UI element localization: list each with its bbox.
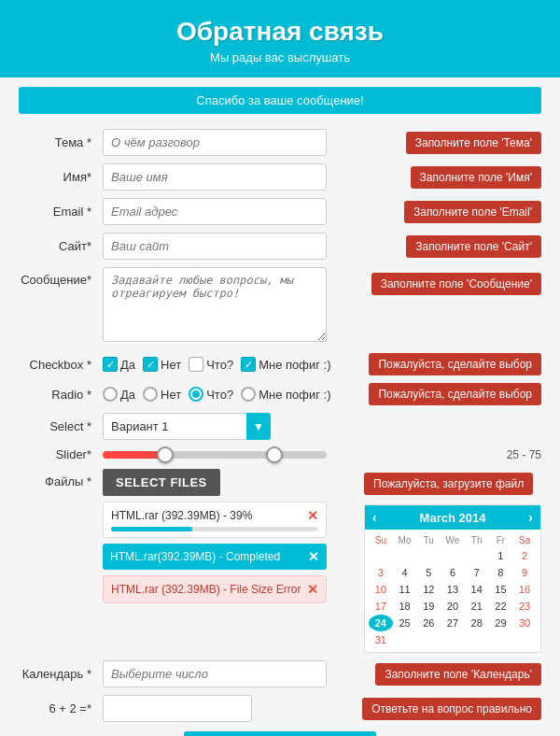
captcha-error-wrap: Ответьте на вопрос правильно — [353, 698, 541, 720]
captcha-row: 6 + 2 =* Ответьте на вопрос правильно — [19, 695, 541, 722]
radio-label-1: Да — [120, 388, 135, 402]
file-name-1: HTML.rar (392.39MB) - 39% ✕ — [111, 508, 318, 523]
cal-day-28[interactable]: 28 — [465, 615, 489, 631]
cal-day-18[interactable]: 18 — [393, 598, 417, 615]
radio-item-4[interactable]: Мне пофиг :) — [241, 387, 330, 402]
calendar-input-wrap — [103, 660, 366, 687]
checkbox-checked-icon-2: ✓ — [143, 357, 158, 372]
cal-day-name-th: Th — [465, 533, 489, 547]
checkbox-item-1[interactable]: ✓ Да — [103, 357, 135, 372]
select-files-button[interactable]: SELECT FILES — [103, 469, 220, 496]
slider-thumb-right[interactable] — [266, 446, 283, 463]
calendar-widget: ‹ March 2014 › Su Mo Tu We Th Fr Sa — [364, 504, 541, 653]
select-input[interactable]: Вариант 1 Вариант 2 Вариант 3 — [103, 413, 271, 440]
radio-item-3[interactable]: Что? — [189, 387, 233, 402]
radio-group-wrap: Да Нет Что? Мне пофиг :) — [103, 387, 359, 402]
cal-day-name-tu: Tu — [416, 533, 441, 547]
cal-day-20[interactable]: 20 — [441, 598, 465, 615]
slider-row: Slider* 25 - 75 — [19, 447, 541, 461]
file-item-2: HTML.rar(392.39MB) - Completed ✕ — [103, 544, 327, 570]
cal-day-22[interactable]: 22 — [489, 598, 513, 615]
captcha-input[interactable] — [103, 695, 252, 722]
radio-label-3: Что? — [206, 388, 233, 402]
cal-day-30[interactable]: 30 — [512, 615, 537, 631]
submit-button[interactable]: Отправить сообщение — [184, 731, 377, 736]
page-subtitle: Мы рады вас выслушать — [9, 50, 551, 64]
cal-day-9[interactable]: 9 — [512, 564, 537, 581]
files-label: Файлы * — [19, 469, 103, 488]
cal-day-16[interactable]: 16 — [512, 581, 537, 598]
cal-day-17[interactable]: 17 — [369, 598, 393, 615]
cal-day-3[interactable]: 3 — [369, 564, 393, 581]
radio-item-1[interactable]: Да — [103, 387, 135, 402]
calendar-error: Заполните поле 'Календарь' — [375, 663, 541, 686]
name-input[interactable] — [103, 163, 327, 191]
files-right-col: Пожалуйста, загрузите файл ‹ March 2014 … — [355, 469, 541, 653]
slider-range-label: 25 - 75 — [507, 448, 541, 461]
slider-track-wrap[interactable] — [103, 451, 327, 459]
cal-day-6[interactable]: 6 — [441, 564, 465, 581]
file-remove-button-1[interactable]: ✕ — [307, 508, 318, 523]
checkbox-item-3[interactable]: Что? — [189, 357, 233, 372]
cal-day-24[interactable]: 24 — [369, 615, 393, 631]
checkbox-checked-icon-1: ✓ — [103, 357, 118, 372]
cal-day-11[interactable]: 11 — [393, 581, 417, 598]
file-progress-fill-1 — [111, 527, 192, 531]
success-message: Спасибо за ваше сообщение! — [19, 87, 541, 114]
radio-label-4: Мне пофиг :) — [259, 388, 330, 402]
calendar-input[interactable] — [103, 660, 327, 687]
file-name-text-1: HTML.rar (392.39MB) - 39% — [111, 509, 252, 522]
site-input-wrap — [103, 233, 397, 260]
cal-day-name-su: Su — [369, 533, 393, 547]
checkbox-item-4[interactable]: ✓ Мне пофиг :) — [241, 357, 330, 372]
cal-day-8[interactable]: 8 — [489, 564, 513, 581]
site-input[interactable] — [103, 233, 327, 260]
cal-day-25[interactable]: 25 — [393, 615, 417, 631]
calendar-prev-button[interactable]: ‹ — [372, 510, 377, 525]
file-remove-button-2[interactable]: ✕ — [308, 549, 319, 564]
email-input[interactable] — [103, 198, 327, 225]
cal-day-23[interactable]: 23 — [512, 598, 537, 615]
radio-item-2[interactable]: Нет — [143, 387, 181, 402]
cal-day-13[interactable]: 13 — [441, 581, 465, 598]
file-item-1: HTML.rar (392.39MB) - 39% ✕ — [103, 502, 327, 538]
select-wrap: Вариант 1 Вариант 2 Вариант 3 ▼ — [103, 413, 271, 440]
theme-input[interactable] — [103, 129, 327, 156]
slider-container — [103, 451, 497, 459]
cal-day-21[interactable]: 21 — [465, 598, 489, 615]
checkbox-error-wrap: Пожалуйста, сделайте выбор — [359, 353, 541, 375]
cal-day-1[interactable]: 1 — [489, 547, 513, 564]
cal-day-2[interactable]: 2 — [512, 547, 537, 564]
calendar-next-button[interactable]: › — [528, 510, 533, 525]
checkbox-item-2[interactable]: ✓ Нет — [143, 357, 181, 372]
cal-day-31[interactable]: 31 — [369, 631, 393, 648]
cal-day-27[interactable]: 27 — [441, 615, 465, 631]
message-error-wrap: Заполните поле 'Сообщение' — [362, 267, 541, 295]
message-textarea[interactable] — [103, 267, 327, 342]
radio-error: Пожалуйста, сделайте выбор — [369, 383, 541, 405]
cal-day-name-fr: Fr — [489, 533, 513, 547]
cal-day-15[interactable]: 15 — [489, 581, 513, 598]
theme-row: Тема * Заполните поле 'Тема' — [19, 129, 541, 156]
cal-day-19[interactable]: 19 — [416, 598, 441, 615]
captcha-error: Ответьте на вопрос правильно — [362, 698, 541, 720]
slider-thumb[interactable] — [157, 446, 174, 463]
slider-label: Slider* — [19, 447, 103, 461]
cal-day-5[interactable]: 5 — [416, 564, 441, 581]
file-remove-button-3[interactable]: ✕ — [307, 582, 318, 597]
cal-day-7[interactable]: 7 — [465, 564, 489, 581]
radio-checked-icon-3 — [189, 387, 203, 402]
cal-day-12[interactable]: 12 — [416, 581, 441, 598]
theme-input-wrap — [103, 129, 397, 156]
checkbox-row: Checkbox * ✓ Да ✓ Нет Что? — [19, 353, 541, 375]
checkbox-error: Пожалуйста, сделайте выбор — [369, 353, 541, 375]
cal-day-29[interactable]: 29 — [489, 615, 513, 631]
select-label: Select * — [19, 419, 103, 433]
cal-day-26[interactable]: 26 — [416, 615, 441, 631]
email-error-wrap: Заполните поле 'Email' — [395, 201, 541, 223]
cal-day-10[interactable]: 10 — [369, 581, 393, 598]
cal-day-14[interactable]: 14 — [465, 581, 489, 598]
cal-day-4[interactable]: 4 — [393, 564, 417, 581]
name-row: Имя* Заполните поле 'Имя' — [19, 163, 541, 191]
message-input-wrap — [103, 267, 362, 346]
